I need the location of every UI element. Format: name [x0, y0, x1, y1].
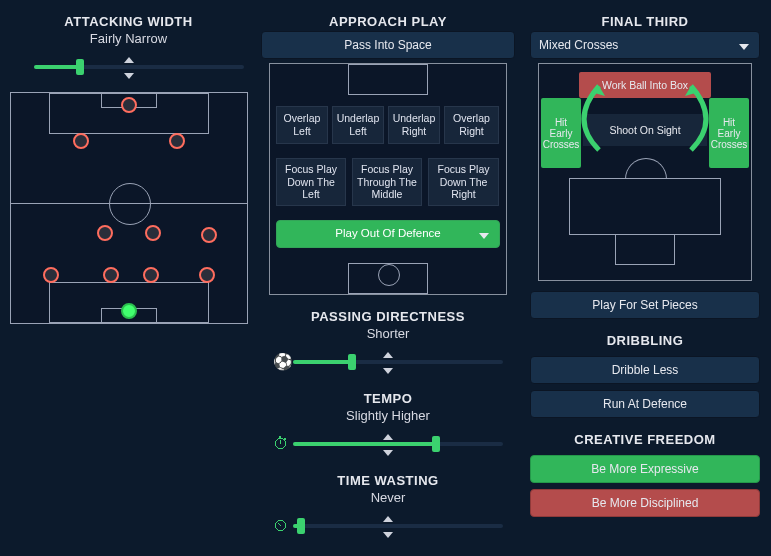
- shoot-on-sight-button[interactable]: Shoot On Sight: [583, 114, 707, 146]
- passing-slider[interactable]: ⚽: [273, 349, 503, 375]
- final-third-pitch: Work Ball Into Box Hit Early Crosses Hit…: [538, 63, 752, 281]
- tempo-title: TEMPO: [364, 391, 413, 406]
- timewasting-title: TIME WASTING: [337, 473, 438, 488]
- passing-title: PASSING DIRECTNESS: [311, 309, 465, 324]
- timewasting-value: Never: [371, 490, 406, 505]
- underlap-right-button[interactable]: Underlap Right: [388, 106, 440, 144]
- pass-into-space-button[interactable]: Pass Into Space: [261, 31, 515, 59]
- be-disciplined-button[interactable]: Be More Disciplined: [530, 489, 760, 517]
- cross-type-select[interactable]: Mixed Crosses: [530, 31, 760, 59]
- approach-title: APPROACH PLAY: [329, 14, 447, 29]
- hit-early-right-button[interactable]: Hit Early Crosses: [709, 98, 749, 168]
- col-attacking-width: ATTACKING WIDTH Fairly Narrow: [8, 10, 249, 551]
- focus-left-button[interactable]: Focus Play Down The Left: [276, 158, 346, 206]
- ball-icon: ⚽: [273, 349, 293, 375]
- focus-middle-button[interactable]: Focus Play Through The Middle: [352, 158, 422, 206]
- run-at-defence-button[interactable]: Run At Defence: [530, 390, 760, 418]
- focus-right-button[interactable]: Focus Play Down The Right: [428, 158, 499, 206]
- timer-icon: ⏲: [273, 513, 289, 539]
- tempo-slider[interactable]: ⏱: [273, 431, 503, 457]
- attacking-width-title: ATTACKING WIDTH: [64, 14, 192, 29]
- overlap-right-button[interactable]: Overlap Right: [444, 106, 499, 144]
- work-ball-button[interactable]: Work Ball Into Box: [579, 72, 711, 98]
- be-expressive-button[interactable]: Be More Expressive: [530, 455, 760, 483]
- creative-title: CREATIVE FREEDOM: [574, 432, 715, 447]
- approach-pitch: Overlap Left Underlap Left Underlap Righ…: [269, 63, 507, 295]
- dribble-less-button[interactable]: Dribble Less: [530, 356, 760, 384]
- tempo-value: Slightly Higher: [346, 408, 430, 423]
- attacking-width-value: Fairly Narrow: [90, 31, 167, 46]
- dribbling-title: DRIBBLING: [607, 333, 684, 348]
- passing-value: Shorter: [367, 326, 410, 341]
- final-third-title: FINAL THIRD: [602, 14, 689, 29]
- formation-pitch: [10, 92, 248, 324]
- set-pieces-button[interactable]: Play For Set Pieces: [530, 291, 760, 319]
- attacking-width-slider[interactable]: [14, 54, 244, 80]
- col-approach: APPROACH PLAY Pass Into Space Overlap Le…: [261, 10, 515, 551]
- cross-type-value: Mixed Crosses: [539, 38, 618, 52]
- timewasting-slider[interactable]: ⏲: [273, 513, 503, 539]
- clock-icon: ⏱: [273, 431, 289, 457]
- hit-early-left-button[interactable]: Hit Early Crosses: [541, 98, 581, 168]
- overlap-left-button[interactable]: Overlap Left: [276, 106, 328, 144]
- col-final-third: FINAL THIRD Mixed Crosses Work Ball Into…: [527, 10, 763, 551]
- play-out-defence-button[interactable]: Play Out Of Defence: [276, 220, 500, 248]
- underlap-left-button[interactable]: Underlap Left: [332, 106, 384, 144]
